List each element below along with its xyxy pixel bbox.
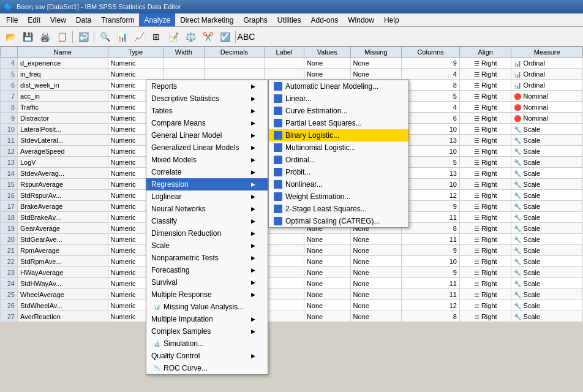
cell-missing[interactable]: None xyxy=(350,201,402,212)
cell-columns[interactable]: 11 xyxy=(402,212,460,223)
cell-label[interactable] xyxy=(264,135,304,146)
cell-measure[interactable]: 🔧 Scale xyxy=(511,289,583,300)
cell-measure[interactable]: 🔧 Scale xyxy=(511,223,583,234)
menu-quality-control[interactable]: Quality Control ▶ xyxy=(146,350,268,362)
cell-label[interactable] xyxy=(264,223,304,234)
cell-columns[interactable]: 10 xyxy=(402,256,460,267)
cell-values[interactable]: None xyxy=(304,69,350,80)
cell-name[interactable]: Distractor xyxy=(18,113,108,124)
col-header-measure[interactable]: Measure xyxy=(511,47,583,58)
cell-missing[interactable]: None xyxy=(350,80,402,91)
cell-measure[interactable]: 🔧 Scale xyxy=(511,256,583,267)
cell-measure[interactable]: 🔧 Scale xyxy=(511,179,583,190)
menu-help[interactable]: Help xyxy=(379,13,404,26)
toolbar-split[interactable]: ✂️ xyxy=(200,29,216,45)
col-header-width[interactable]: Width xyxy=(163,47,204,58)
cell-align[interactable]: ☰ Right xyxy=(459,113,511,124)
cell-values[interactable]: None xyxy=(304,91,350,102)
cell-name[interactable]: StdevLateral... xyxy=(18,135,108,146)
cell-missing[interactable]: None xyxy=(350,256,402,267)
menu-forecasting[interactable]: Forecasting ▶ xyxy=(146,264,268,276)
menu-neural[interactable]: Neural Networks ▶ xyxy=(146,203,268,215)
cell-columns[interactable]: 6 xyxy=(402,113,460,124)
cell-align[interactable]: ☰ Right xyxy=(459,234,511,245)
cell-measure[interactable]: 🔧 Scale xyxy=(511,168,583,179)
cell-missing[interactable]: None xyxy=(350,124,402,135)
cell-values[interactable]: None xyxy=(304,289,350,300)
cell-values[interactable]: None xyxy=(304,234,350,245)
toolbar-save[interactable]: 💾 xyxy=(20,29,36,45)
cell-name[interactable]: WheelAverage xyxy=(18,289,108,300)
cell-missing[interactable]: None xyxy=(350,223,402,234)
cell-measure[interactable]: 🔧 Scale xyxy=(511,278,583,289)
cell-missing[interactable]: None xyxy=(350,278,402,289)
cell-align[interactable]: ☰ Right xyxy=(459,223,511,234)
cell-missing[interactable]: None xyxy=(350,311,402,322)
cell-name[interactable]: LateralPosit... xyxy=(18,124,108,135)
toolbar-spell[interactable]: ABC xyxy=(238,29,254,45)
toolbar-open[interactable]: 📂 xyxy=(2,29,18,45)
cell-measure[interactable]: 🔴 Nominal xyxy=(511,113,583,124)
menu-analyze[interactable]: Analyze xyxy=(139,13,175,26)
cell-measure[interactable]: 🔧 Scale xyxy=(511,201,583,212)
toolbar-cases[interactable]: 📊 xyxy=(114,29,130,45)
cell-measure[interactable]: 📊 Ordinal xyxy=(511,69,583,80)
cell-name[interactable]: LogV xyxy=(18,157,108,168)
cell-measure[interactable]: 🔧 Scale xyxy=(511,234,583,245)
cell-name[interactable]: StdBrakeAv... xyxy=(18,212,108,223)
cell-values[interactable]: None xyxy=(304,102,350,113)
analyze-dropdown[interactable]: Reports ▶ Descriptive Statistics ▶ Table… xyxy=(146,80,268,375)
cell-missing[interactable]: None xyxy=(350,212,402,223)
menu-loglinear[interactable]: Loglinear ▶ xyxy=(146,190,268,203)
cell-measure[interactable]: 🔧 Scale xyxy=(511,135,583,146)
cell-name[interactable]: d_experience xyxy=(18,58,108,69)
cell-values[interactable]: None xyxy=(304,212,350,223)
toolbar-undo[interactable]: ↩️ xyxy=(75,29,91,45)
cell-align[interactable]: ☰ Right xyxy=(459,91,511,102)
cell-values[interactable]: None xyxy=(304,146,350,157)
cell-columns[interactable]: 9 xyxy=(402,245,460,256)
cell-measure[interactable]: 🔴 Nominal xyxy=(511,102,583,113)
cell-label[interactable] xyxy=(264,157,304,168)
cell-columns[interactable]: 11 xyxy=(402,278,460,289)
cell-name[interactable]: RspurAverage xyxy=(18,179,108,190)
cell-missing[interactable]: None xyxy=(350,113,402,124)
cell-align[interactable]: ☰ Right xyxy=(459,102,511,113)
cell-width[interactable] xyxy=(163,69,204,80)
cell-name[interactable]: StdHWayAv... xyxy=(18,278,108,289)
menu-file[interactable]: File xyxy=(1,13,23,26)
col-header-type[interactable]: Type xyxy=(108,47,163,58)
cell-name[interactable]: StdevAverag... xyxy=(18,168,108,179)
menu-nonparam[interactable]: Nonparametric Tests ▶ xyxy=(146,252,268,264)
cell-label[interactable] xyxy=(264,267,304,278)
cell-missing[interactable]: None xyxy=(350,69,402,80)
menu-mixed[interactable]: Mixed Models ▶ xyxy=(146,154,268,166)
cell-columns[interactable]: 9 xyxy=(402,267,460,278)
cell-values[interactable]: None xyxy=(304,278,350,289)
cell-missing[interactable]: None xyxy=(350,168,402,179)
cell-label[interactable] xyxy=(264,311,304,322)
cell-name[interactable]: HWayAverage xyxy=(18,267,108,278)
cell-missing[interactable]: None xyxy=(350,135,402,146)
cell-label[interactable] xyxy=(264,245,304,256)
menu-tables[interactable]: Tables ▶ xyxy=(146,105,268,117)
cell-measure[interactable]: 🔧 Scale xyxy=(511,146,583,157)
cell-columns[interactable]: 13 xyxy=(402,168,460,179)
cell-columns[interactable]: 8 xyxy=(402,311,460,322)
cell-align[interactable]: ☰ Right xyxy=(459,179,511,190)
cell-missing[interactable]: None xyxy=(350,190,402,201)
cell-label[interactable] xyxy=(264,234,304,245)
cell-label[interactable] xyxy=(264,201,304,212)
cell-label[interactable] xyxy=(264,58,304,69)
cell-name[interactable]: acc_in xyxy=(18,91,108,102)
cell-values[interactable]: None xyxy=(304,256,350,267)
cell-measure[interactable]: 🔧 Scale xyxy=(511,124,583,135)
menu-multiple-imputation[interactable]: Multiple Imputation ▶ xyxy=(146,313,268,325)
cell-align[interactable]: ☰ Right xyxy=(459,201,511,212)
menu-add-ons[interactable]: Add-ons xyxy=(306,13,344,26)
toolbar-dialog[interactable]: 📋 xyxy=(54,29,70,45)
cell-label[interactable] xyxy=(264,69,304,80)
cell-decimals[interactable] xyxy=(204,58,264,69)
col-header-columns[interactable]: Columns xyxy=(402,47,460,58)
cell-columns[interactable]: 4 xyxy=(402,102,460,113)
